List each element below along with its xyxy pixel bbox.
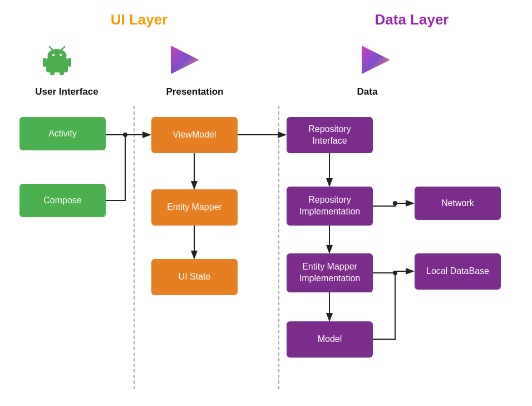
local-database-box: Local DataBase (415, 253, 501, 290)
viewmodel-box: ViewModel (151, 117, 238, 153)
svg-point-2 (52, 54, 55, 56)
svg-rect-8 (50, 71, 55, 75)
ui-layer-header: UI Layer (56, 11, 223, 28)
svg-point-3 (60, 54, 62, 56)
divider-1 (134, 106, 135, 389)
svg-line-4 (50, 47, 52, 50)
svg-point-1 (48, 49, 67, 62)
entity-mapper-box: Entity Mapper (151, 189, 238, 226)
label-presentation: Presentation (150, 86, 239, 97)
diagram-container: UI Layer Data Layer (0, 0, 532, 406)
kotlin-icon-data (361, 45, 391, 75)
compose-box: Compose (19, 184, 106, 217)
activity-box: Activity (19, 117, 106, 150)
svg-rect-7 (68, 58, 71, 67)
android-icon (42, 45, 72, 75)
network-box: Network (415, 187, 501, 220)
svg-point-21 (393, 201, 397, 206)
svg-point-13 (123, 133, 127, 137)
entity-mapper-implementation-box: Entity Mapper Implementation (287, 253, 373, 292)
svg-marker-10 (171, 46, 199, 74)
svg-rect-9 (60, 71, 64, 75)
data-layer-header: Data Layer (323, 11, 501, 28)
label-user-interface: User Interface (22, 86, 111, 97)
kotlin-icon-presentation (170, 45, 200, 75)
repository-implementation-box: Repository Implementation (287, 187, 373, 226)
divider-2 (278, 106, 279, 389)
svg-line-5 (62, 47, 65, 50)
ui-state-box: UI State (151, 259, 238, 295)
label-data: Data (334, 86, 401, 97)
repository-interface-box: Repository Interface (287, 117, 373, 153)
svg-rect-6 (43, 58, 46, 67)
svg-marker-11 (362, 46, 390, 74)
svg-point-20 (393, 271, 397, 275)
model-box: Model (287, 321, 373, 358)
